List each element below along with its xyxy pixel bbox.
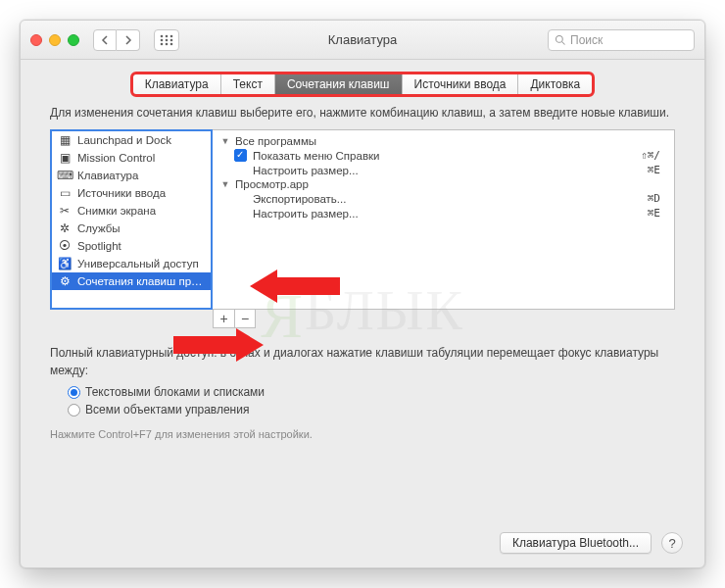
svg-point-3 — [161, 38, 164, 41]
tab-keyboard[interactable]: Клавиатура — [133, 74, 221, 94]
traffic-lights — [30, 34, 79, 46]
svg-line-10 — [562, 41, 565, 44]
shortcut-keys[interactable]: ⌘E — [648, 164, 666, 176]
app-shortcut-icon: ⚙ — [58, 274, 72, 288]
titlebar: Клавиатура Поиск — [21, 21, 704, 60]
shortcut-row[interactable]: Настроить размер... ⌘E — [219, 163, 666, 177]
svg-point-7 — [166, 42, 169, 45]
services-icon: ✲ — [58, 221, 72, 235]
tab-shortcuts[interactable]: Сочетания клавиш — [275, 74, 403, 94]
group-preview-app[interactable]: ▼ Просмотр.app — [219, 177, 666, 191]
shortcut-keys[interactable]: ⌘D — [648, 192, 666, 205]
grid-icon — [160, 34, 173, 46]
svg-point-9 — [556, 35, 563, 42]
group-all-apps[interactable]: ▼ Все программы — [219, 134, 666, 148]
add-remove-bar: + − — [50, 309, 675, 328]
shortcut-panels: ▦Launchpad и Dock ▣Mission Control ⌨Клав… — [50, 129, 675, 310]
add-button[interactable]: + — [213, 309, 234, 328]
close-window-button[interactable] — [30, 34, 42, 46]
category-accessibility[interactable]: ♿Универсальный доступ — [52, 255, 211, 272]
fka-option-text-lists[interactable]: Текстовыми блоками и списками — [68, 383, 675, 401]
tab-dictation[interactable]: Диктовка — [518, 74, 592, 94]
category-input-sources[interactable]: ▭Источники ввода — [52, 184, 211, 202]
help-text: Для изменения сочетания клавиш выберите … — [50, 105, 675, 122]
tab-segment: Клавиатура Текст Сочетания клавиш Источн… — [132, 74, 594, 95]
search-icon — [555, 34, 566, 46]
svg-point-0 — [161, 34, 164, 37]
tab-input-sources[interactable]: Источники ввода — [403, 74, 519, 94]
forward-button[interactable] — [117, 29, 140, 51]
shortcut-row[interactable]: Показать меню Справки ⇧⌘/ — [219, 148, 666, 163]
mission-control-icon: ▣ — [58, 151, 72, 165]
back-button[interactable] — [93, 29, 117, 51]
shortcut-keys[interactable]: ⇧⌘/ — [641, 149, 666, 162]
show-all-button[interactable] — [154, 29, 179, 51]
category-launchpad[interactable]: ▦Launchpad и Dock — [52, 131, 211, 149]
zoom-window-button[interactable] — [68, 34, 79, 46]
content-area: Для изменения сочетания клавиш выберите … — [21, 105, 704, 458]
launchpad-icon: ▦ — [58, 133, 72, 147]
category-mission-control[interactable]: ▣Mission Control — [52, 149, 211, 167]
svg-point-8 — [170, 42, 173, 45]
spotlight-icon: ⦿ — [58, 239, 72, 253]
shortcut-row[interactable]: Настроить размер... ⌘E — [219, 206, 666, 220]
category-spotlight[interactable]: ⦿Spotlight — [52, 237, 211, 255]
screenshot-icon: ✂ — [58, 204, 72, 218]
help-button[interactable]: ? — [661, 532, 683, 554]
shortcut-keys[interactable]: ⌘E — [648, 207, 666, 220]
svg-point-5 — [170, 38, 173, 41]
tabbar: Клавиатура Текст Сочетания клавиш Источн… — [21, 60, 704, 105]
minimize-window-button[interactable] — [49, 34, 61, 46]
accessibility-icon: ♿ — [58, 257, 72, 270]
footer: Клавиатура Bluetooth... ? — [500, 532, 683, 554]
fka-option-all-controls[interactable]: Всеми объектами управления — [68, 401, 675, 418]
search-placeholder: Поиск — [570, 33, 603, 47]
preferences-window: Клавиатура Поиск Клавиатура Текст Сочета… — [20, 20, 705, 568]
svg-point-2 — [170, 34, 173, 37]
fka-intro: Полный клавиатурный доступ: в окнах и ди… — [50, 344, 675, 379]
shortcut-row[interactable]: Экспортировать... ⌘D — [219, 191, 666, 206]
full-keyboard-access-section: Полный клавиатурный доступ: в окнах и ди… — [50, 344, 675, 443]
keyboard-icon: ⌨ — [58, 169, 72, 182]
input-sources-icon: ▭ — [58, 186, 72, 200]
search-input[interactable]: Поиск — [548, 29, 695, 51]
chevron-right-icon — [124, 35, 132, 45]
disclosure-triangle-icon[interactable]: ▼ — [219, 179, 231, 189]
remove-button[interactable]: − — [234, 309, 256, 328]
svg-point-1 — [166, 34, 169, 37]
svg-point-4 — [166, 38, 169, 41]
category-screenshots[interactable]: ✂Снимки экрана — [52, 202, 211, 220]
category-keyboard[interactable]: ⌨Клавиатура — [52, 167, 211, 184]
nav-buttons — [93, 29, 140, 51]
chevron-left-icon — [101, 35, 109, 45]
category-services[interactable]: ✲Службы — [52, 220, 211, 237]
tab-text[interactable]: Текст — [221, 74, 275, 94]
category-app-shortcuts[interactable]: ⚙Сочетания клавиш пр… — [52, 272, 211, 290]
bluetooth-keyboard-button[interactable]: Клавиатура Bluetooth... — [500, 532, 652, 554]
svg-point-6 — [161, 42, 164, 45]
disclosure-triangle-icon[interactable]: ▼ — [219, 136, 231, 146]
radio-icon — [68, 386, 80, 399]
category-list[interactable]: ▦Launchpad и Dock ▣Mission Control ⌨Клав… — [50, 129, 213, 310]
shortcut-checkbox[interactable] — [234, 149, 247, 162]
radio-icon — [68, 404, 80, 416]
fka-hint: Нажмите Control+F7 для изменения этой на… — [50, 426, 675, 443]
